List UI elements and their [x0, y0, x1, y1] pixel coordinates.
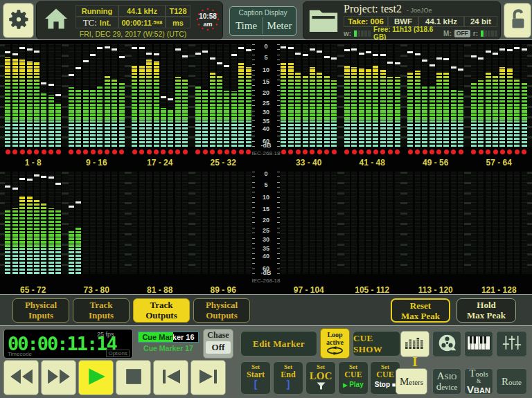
meter-channel — [429, 44, 435, 147]
meter-fill — [231, 91, 237, 147]
signal-dot — [56, 150, 61, 154]
set-end-button[interactable]: SetEnd] — [273, 361, 303, 395]
view-physical-outputs-button[interactable]: PhysicalOutputs — [193, 298, 250, 323]
rewind-icon — [9, 368, 34, 388]
signal-dot-row — [5, 147, 61, 156]
tc-frac: .598 — [152, 19, 163, 26]
scale-label: 5 — [251, 54, 281, 61]
right-panel-button-label: ASIOdevice — [436, 371, 458, 392]
scale-label: 10 — [251, 194, 281, 201]
signal-dot-row — [132, 147, 188, 156]
meter-fill — [387, 77, 393, 147]
timecode-panel[interactable]: 00:00:11:14 25 fps Timecode Options — [3, 329, 133, 359]
set-start-button[interactable]: SetStart[ — [240, 361, 271, 395]
cue-marker-current[interactable]: Cue Marker 16 Cue Marker 16 — [138, 332, 199, 343]
signal-dot-row — [281, 147, 337, 156]
options-caption[interactable]: Options — [106, 350, 130, 357]
play-button[interactable] — [78, 360, 114, 395]
meter-fill — [246, 67, 251, 147]
meter-channel — [429, 172, 435, 274]
signal-dot — [288, 150, 293, 154]
cue-show-button[interactable]: CUE SHOW — [353, 331, 400, 356]
meter-row-2: 65 - 7273 - 8081 - 8889 - 96051015202530… — [0, 170, 532, 296]
meter-fill — [19, 197, 25, 274]
signal-dot — [239, 150, 244, 154]
bank-label: 9 - 16 — [69, 158, 125, 168]
signal-dot — [76, 150, 81, 154]
meter-channel — [395, 172, 400, 274]
hold-max-peak-button[interactable]: Hold Max Peak — [456, 298, 516, 323]
signal-dot — [479, 150, 484, 154]
signal-dot — [231, 150, 236, 154]
meter-channel — [407, 172, 413, 274]
home-button[interactable] — [41, 6, 71, 34]
view-physical-inputs-button[interactable]: PhysicalInputs — [12, 298, 69, 323]
clock-display[interactable]: 10:58 am — [195, 6, 221, 36]
tab-meters-icon-button[interactable] — [400, 331, 429, 357]
signal-dot — [471, 150, 476, 154]
tab-keyboard-icon-button[interactable] — [464, 331, 493, 357]
meter-channel — [217, 44, 222, 147]
tick-strip — [527, 44, 532, 147]
signal-dot — [195, 150, 200, 154]
meter-channel — [359, 172, 364, 274]
meter-fill — [112, 79, 117, 147]
meter-channel — [12, 44, 18, 147]
meter-fill — [359, 68, 364, 147]
scale-label: 25 — [251, 100, 281, 107]
signal-dot — [20, 150, 25, 154]
route-button[interactable]: Route — [496, 368, 527, 395]
meter-channel — [182, 172, 188, 274]
meter-bank: 65 - 72 — [5, 170, 61, 296]
caption-meter-button[interactable]: Meter — [263, 17, 296, 34]
signal-dot — [203, 150, 208, 154]
cue-marker-next[interactable]: Cue Marker 17 — [134, 344, 203, 352]
meter-channel — [202, 172, 208, 274]
right-panel-label-line: Route — [502, 377, 522, 387]
asio-device-button[interactable]: ASIOdevice — [432, 368, 461, 395]
monitor-off-badge[interactable]: OFF — [454, 30, 470, 37]
meter-channel — [195, 172, 201, 274]
meters-button[interactable]: Meters — [396, 368, 427, 395]
signal-dot — [112, 150, 117, 154]
set-cue-play-button[interactable]: SetCUE▶ Play — [338, 361, 369, 395]
loop-active-button[interactable]: Loop active — [320, 328, 350, 359]
meter-fill — [422, 85, 427, 147]
meter-channel — [139, 44, 145, 147]
previous-button[interactable] — [153, 360, 188, 395]
meter-channel — [119, 172, 125, 274]
signal-dot — [132, 150, 137, 154]
tab-routing-icon-button[interactable] — [496, 331, 527, 357]
caption-time-button[interactable]: Time — [230, 17, 263, 34]
meter-fill — [48, 208, 54, 274]
reset-max-peak-button[interactable]: Reset Max Peak — [391, 298, 450, 323]
tools-vban-button[interactable]: Tools&VBAN — [464, 368, 493, 395]
meter-channel — [436, 44, 442, 147]
signal-dot — [522, 150, 526, 154]
meter-channel — [154, 44, 159, 147]
chase-button[interactable]: Chase Off — [203, 329, 233, 359]
next-button[interactable] — [190, 360, 226, 395]
meter-fill — [493, 75, 498, 147]
tab-recorder-icon-button[interactable] — [432, 331, 461, 357]
edit-marker-button[interactable]: Edit Marker — [240, 331, 317, 356]
reset-max-peak-line2: Max Peak — [392, 311, 449, 322]
view-track-inputs-button[interactable]: TrackInputs — [73, 298, 130, 323]
peak-indicator — [69, 74, 74, 76]
stop-button[interactable] — [116, 360, 151, 395]
meter-channel — [380, 44, 386, 147]
view-track-outputs-button[interactable]: TrackOutputs — [133, 298, 190, 323]
bank-label: 1 - 8 — [5, 158, 61, 168]
lock-button[interactable] — [504, 3, 531, 38]
meter-channel — [373, 44, 378, 147]
folder-icon[interactable] — [308, 8, 339, 36]
rewind-button[interactable] — [3, 360, 39, 395]
meter-fill — [41, 202, 46, 274]
meter-bank: 105 - 112 — [344, 170, 400, 296]
meter-channel — [324, 172, 330, 274]
scale-label: 40 — [251, 253, 281, 260]
fast-forward-button[interactable] — [41, 360, 76, 395]
peak-indicator — [407, 51, 413, 53]
settings-button[interactable] — [3, 3, 34, 38]
set-loc-button[interactable]: SetLOC — [305, 361, 336, 395]
